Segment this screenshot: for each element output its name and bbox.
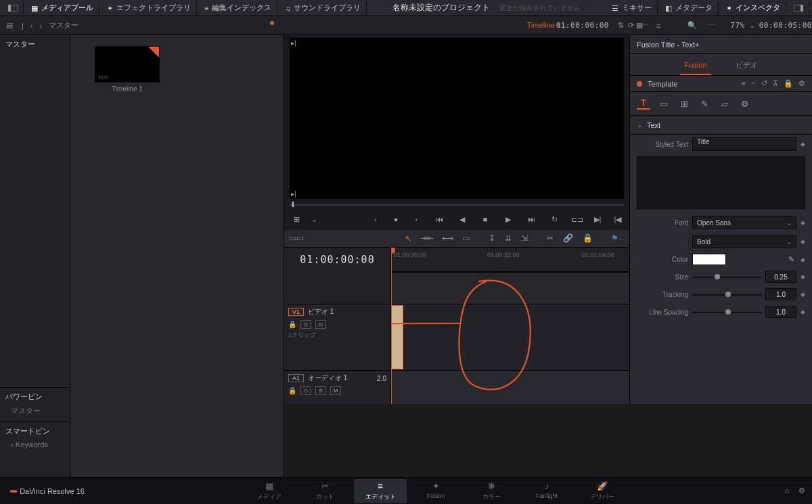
page-edit[interactable]: ≡エディット — [354, 479, 407, 503]
text-section[interactable]: ⌄Text — [630, 116, 812, 135]
sort-icon[interactable]: ⇅ — [615, 20, 626, 31]
keyframe-icon[interactable]: ◆ — [800, 141, 805, 147]
master-bin[interactable]: マスター — [5, 39, 64, 49]
loop-play-icon[interactable]: ↻ — [549, 214, 560, 225]
keyframe-icon[interactable]: ◆ — [800, 219, 805, 226]
play-icon[interactable]: ▶ — [503, 214, 514, 225]
video-track-header[interactable]: V1 ビデオ 1 🔒 ◇ ▭ 1クリップ — [284, 304, 390, 370]
eyedropper-icon[interactable]: ✎ — [786, 254, 796, 265]
in-point-icon[interactable]: ▶| — [592, 214, 603, 225]
transform-tab-icon[interactable]: ⊞ — [677, 97, 691, 110]
keyframe-icon[interactable]: ◆ — [800, 256, 805, 263]
text-preview[interactable] — [637, 156, 805, 209]
project-settings-icon[interactable]: ⚙ — [798, 486, 805, 495]
track-id[interactable]: A1 — [288, 374, 304, 382]
mark-in-icon[interactable]: ▸| — [291, 39, 296, 47]
reset-icon[interactable]: ↺ — [761, 79, 767, 88]
page-cut[interactable]: ✂カット — [298, 479, 351, 503]
lock-icon[interactable]: 🔒 — [288, 387, 296, 394]
timeline-view-icon[interactable]: ▭▭ — [291, 233, 302, 243]
audio-track-lane[interactable] — [391, 370, 629, 404]
color-swatch[interactable] — [692, 254, 726, 265]
tracking-slider[interactable] — [692, 288, 761, 300]
link-icon[interactable]: 🔗 — [563, 233, 573, 243]
marker-dot-icon[interactable]: ● — [390, 214, 401, 225]
page-fusion[interactable]: ✦Fusion — [409, 479, 462, 503]
line-spacing-slider[interactable] — [692, 306, 761, 318]
font-weight-select[interactable]: Bold⌄ — [692, 235, 796, 248]
blade-tool-icon[interactable]: ▭ — [462, 233, 470, 243]
timeline-ruler[interactable]: 01:00:00:00 01:00:32:00 01:01:04:00 01:0… — [391, 248, 629, 272]
loop-icon[interactable]: ⟳ — [625, 20, 636, 31]
breadcrumb[interactable]: マスター — [49, 20, 78, 30]
page-media[interactable]: ▦メディア — [243, 479, 296, 503]
line-spacing-value[interactable]: 1.0 — [765, 306, 796, 318]
viewer-options-icon[interactable]: ⋯ — [639, 20, 650, 31]
out-point-icon[interactable]: |◀ — [612, 214, 623, 225]
chevron-down-icon[interactable]: ⌄ — [311, 215, 317, 224]
settings-tab-icon[interactable]: ⚙ — [738, 97, 752, 110]
track-id[interactable]: V1 — [288, 308, 304, 316]
metadata-button[interactable]: ◧メタデータ — [660, 1, 719, 15]
enable-dot-icon[interactable] — [637, 81, 642, 87]
media-pool-button[interactable]: ▦メディアプール — [26, 1, 99, 15]
track-enable-icon[interactable]: ▭ — [315, 320, 326, 329]
lock-icon[interactable]: 🔒 — [784, 79, 793, 88]
nav-fwd[interactable]: › — [40, 22, 43, 30]
search-icon[interactable]: 🔍 — [687, 20, 698, 31]
home-icon[interactable]: ⌂ — [784, 486, 789, 495]
text-tab-icon[interactable]: T — [637, 97, 650, 110]
tab-video[interactable]: ビデオ — [731, 58, 762, 75]
panel-toggle-left[interactable] — [3, 1, 24, 15]
nav-back[interactable]: ‹ — [30, 22, 33, 30]
overwrite-icon[interactable]: ⇊ — [505, 233, 512, 243]
solo-button[interactable]: S — [315, 386, 326, 395]
jog-bar[interactable] — [290, 199, 624, 210]
effect-library-button[interactable]: ✦エフェクトライブラリ — [102, 1, 197, 15]
selection-tool-icon[interactable]: ↖ — [405, 233, 412, 244]
font-select[interactable]: Open Sans⌄ — [692, 216, 796, 229]
inspector-button[interactable]: ✶インスペクタ — [721, 1, 786, 15]
chevron-down-icon[interactable]: ⌄ — [749, 21, 755, 30]
auto-select-icon[interactable]: ◇ — [300, 320, 311, 329]
keyframe-icon[interactable]: ◆ — [800, 238, 805, 245]
keyframe-icon[interactable]: ◆ — [800, 291, 805, 298]
lock-tool-icon[interactable]: 🔒 — [583, 233, 593, 243]
keyframe-mode-icon[interactable]: ≡ — [742, 79, 746, 88]
mark-out-icon[interactable]: ▸| — [291, 190, 296, 198]
gear-icon[interactable]: ⚙ — [798, 79, 805, 88]
page-fairlight[interactable]: ♪Fairlight — [520, 479, 573, 503]
keyframe-icon[interactable]: ◆ — [800, 273, 805, 280]
razor-icon[interactable]: ✂ — [547, 233, 554, 243]
lock-icon[interactable]: 🔒 — [288, 321, 296, 328]
reverse-play-icon[interactable]: ◀ — [457, 214, 468, 225]
dynamic-trim-icon[interactable]: ⟷ — [442, 233, 453, 243]
mixer-button[interactable]: ☰ミキサー — [606, 1, 658, 15]
mute-button[interactable]: M — [330, 386, 341, 395]
playhead-timecode[interactable]: 01:00:00:00 — [284, 248, 390, 272]
last-frame-icon[interactable]: ⏭ — [526, 214, 537, 225]
first-frame-icon[interactable]: ⏮ — [434, 214, 445, 225]
page-color[interactable]: ❋カラー — [465, 479, 518, 503]
video-track-lane[interactable] — [391, 304, 629, 370]
power-bin-master[interactable]: マスター — [5, 405, 64, 417]
timeline-body[interactable]: 01:00:00:00 01:00:32:00 01:01:04:00 01:0… — [391, 248, 629, 404]
page-deliver[interactable]: 🚀デリバー — [576, 479, 629, 503]
list-view-icon[interactable]: ≡ — [653, 20, 664, 31]
styled-text-input[interactable]: Title — [692, 137, 796, 151]
keyframe-icon[interactable]: ◆ — [800, 308, 805, 315]
stop-icon[interactable]: ■ — [480, 214, 491, 225]
smart-bin-keywords[interactable]: › Keywords — [5, 439, 64, 450]
template-row[interactable]: Template ≡⌄ ↺ ⊼ 🔒 ⚙ — [630, 76, 812, 92]
insert-icon[interactable]: ↧ — [489, 233, 495, 243]
trim-tool-icon[interactable]: ⇥⇤ — [422, 233, 432, 243]
viewer-mode-icon[interactable]: ⊞ — [291, 214, 302, 225]
size-value[interactable]: 0.25 — [765, 271, 796, 283]
prev-edit-icon[interactable]: ‹ — [370, 214, 381, 225]
bin-list-icon[interactable]: ▤ — [4, 20, 15, 31]
viewer-zoom[interactable]: 77% — [730, 21, 744, 30]
options-icon[interactable]: ⋯ — [706, 20, 717, 31]
flag-icon[interactable]: ⚑⌄ — [612, 233, 623, 243]
match-frame-icon[interactable]: ⊏⊐ — [572, 214, 583, 225]
playhead[interactable] — [391, 248, 392, 404]
